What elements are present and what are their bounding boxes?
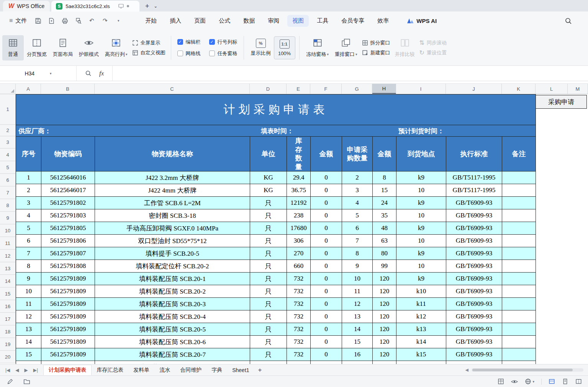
info-band-cell[interactable]: 供应厂商： 填表时间： 预计到货时间：: [16, 125, 536, 137]
header-amount-1[interactable]: 金额: [311, 137, 342, 171]
row-header-9[interactable]: 9: [0, 212, 15, 224]
table-cell[interactable]: 填料装配压筒 SCB.20-7: [95, 348, 250, 361]
header-material-name[interactable]: 物资规格名称: [95, 137, 250, 171]
table-cell[interactable]: 0: [311, 209, 342, 222]
table-cell[interactable]: k9: [396, 171, 446, 184]
add-sheet-button[interactable]: +: [258, 366, 262, 374]
table-cell[interactable]: 56125791809: [41, 348, 95, 361]
table-cell[interactable]: 只: [250, 235, 287, 247]
row-header-5[interactable]: 5: [0, 161, 15, 174]
table-cell[interactable]: 12: [342, 298, 373, 310]
table-cell[interactable]: GB/T6909-93: [446, 247, 502, 260]
header-standard[interactable]: 执行标准: [446, 137, 502, 171]
table-cell[interactable]: 3: [342, 184, 373, 197]
table-cell[interactable]: 120: [373, 323, 396, 336]
row-header-11[interactable]: 11: [0, 237, 15, 250]
zoom-button[interactable]: % 显示比例: [248, 36, 274, 59]
table-cell[interactable]: 11: [16, 298, 41, 310]
table-cell[interactable]: 1: [16, 171, 41, 184]
column-header-I[interactable]: I: [396, 84, 446, 94]
table-cell[interactable]: 10: [396, 184, 446, 197]
table-cell[interactable]: 14: [16, 336, 41, 348]
table-cell[interactable]: k13: [396, 323, 446, 336]
table-cell[interactable]: 80: [373, 247, 396, 260]
row-header-10[interactable]: 10: [0, 224, 15, 237]
column-header-C[interactable]: C: [95, 84, 250, 94]
table-cell[interactable]: KG: [250, 184, 287, 197]
toolbar-more-caret-icon[interactable]: ▾: [114, 16, 123, 25]
table-cell[interactable]: 120: [373, 336, 396, 348]
search-button[interactable]: [565, 17, 572, 24]
print-button[interactable]: [61, 16, 69, 25]
table-cell[interactable]: 5: [342, 209, 373, 222]
insert-function-button[interactable]: fx: [99, 70, 104, 77]
wps-ai-button[interactable]: WPS AI: [407, 18, 437, 24]
column-header-J[interactable]: J: [446, 84, 502, 94]
table-cell[interactable]: [502, 171, 536, 184]
table-cell[interactable]: [502, 260, 536, 273]
highlight-row-col-button[interactable]: 高亮行列▾: [102, 35, 131, 60]
row-header-20[interactable]: 20: [0, 351, 15, 363]
table-cell[interactable]: 密封圈 SCB.3-18: [95, 209, 250, 222]
table-cell[interactable]: GB/T6909-93: [446, 197, 502, 209]
table-cell[interactable]: GB/T6909-93: [446, 310, 502, 323]
header-remark[interactable]: 备注: [502, 137, 536, 171]
table-cell[interactable]: 6: [16, 235, 41, 247]
table-cell[interactable]: k9: [396, 222, 446, 235]
row-header-6[interactable]: 6: [0, 174, 15, 186]
new-window-button[interactable]: 新建窗口: [362, 49, 390, 56]
table-cell[interactable]: 0: [311, 184, 342, 197]
table-cell[interactable]: GB/T6909-93: [446, 323, 502, 336]
table-cell[interactable]: 56125791809: [41, 298, 95, 310]
table-cell[interactable]: 2: [16, 184, 41, 197]
fullscreen-button[interactable]: 全屏显示: [132, 39, 165, 46]
next-sheet-button[interactable]: ▶: [25, 367, 28, 373]
table-cell[interactable]: 只: [250, 209, 287, 222]
table-cell[interactable]: 0: [311, 348, 342, 361]
column-header-H[interactable]: H: [372, 84, 396, 94]
column-header-L[interactable]: L: [536, 84, 568, 94]
custom-view-button[interactable]: 自定义视图: [132, 49, 165, 56]
print-preview-button[interactable]: [74, 16, 82, 25]
table-cell[interactable]: 29.4: [287, 171, 311, 184]
table-cell[interactable]: 0: [311, 273, 342, 285]
page-break-preview-button[interactable]: 分页预览: [24, 35, 50, 60]
sheet-tab-流水[interactable]: 流水: [154, 365, 175, 375]
table-cell[interactable]: 0: [311, 298, 342, 310]
menu-tab-插入[interactable]: 插入: [165, 15, 186, 27]
table-cell[interactable]: 15: [342, 336, 373, 348]
page-layout-button[interactable]: 页面布局: [50, 35, 76, 60]
table-cell[interactable]: 7: [342, 235, 373, 247]
table-cell[interactable]: [502, 247, 536, 260]
table-cell[interactable]: 56125791809: [41, 310, 95, 323]
table-cell[interactable]: 0: [311, 336, 342, 348]
table-cell[interactable]: 填料提手 SCB.20-5: [95, 247, 250, 260]
table-cell[interactable]: 只: [250, 336, 287, 348]
row-header-4[interactable]: 4: [0, 149, 15, 161]
table-cell[interactable]: [502, 184, 536, 197]
table-cell[interactable]: 填料装配压筒 SCB.20-2: [95, 285, 250, 298]
table-cell[interactable]: 只: [250, 310, 287, 323]
name-box-caret-icon[interactable]: ▾: [50, 72, 52, 75]
table-cell[interactable]: 10: [342, 273, 373, 285]
table-cell[interactable]: 56125646016: [41, 171, 95, 184]
redo-button[interactable]: ↷: [101, 16, 109, 25]
row-header-19[interactable]: 19: [0, 338, 15, 351]
table-cell[interactable]: k9: [396, 197, 446, 209]
table-cell[interactable]: 4: [16, 209, 41, 222]
sheet-tab-计划采购申请表[interactable]: 计划采购申请表: [43, 365, 92, 375]
table-cell[interactable]: [502, 323, 536, 336]
table-cell[interactable]: k11: [396, 298, 446, 310]
headings-checkbox[interactable]: ✓行号列标: [209, 39, 237, 46]
new-tab-button[interactable]: +: [142, 2, 152, 11]
table-cell[interactable]: GB/T6909-93: [446, 348, 502, 361]
table-cell[interactable]: 只: [250, 260, 287, 273]
table-cell[interactable]: GB/T6909-93: [446, 235, 502, 247]
sheet-tab-合同维护[interactable]: 合同维护: [175, 365, 206, 375]
table-cell[interactable]: 99: [373, 260, 396, 273]
table-cell[interactable]: [502, 348, 536, 361]
column-header-M[interactable]: M: [568, 84, 588, 94]
purchase-request-cell[interactable]: 采购申请: [536, 95, 587, 109]
table-cell[interactable]: [502, 336, 536, 348]
document-tab[interactable]: S 5ae332c31c6c2.xls: [51, 1, 139, 11]
